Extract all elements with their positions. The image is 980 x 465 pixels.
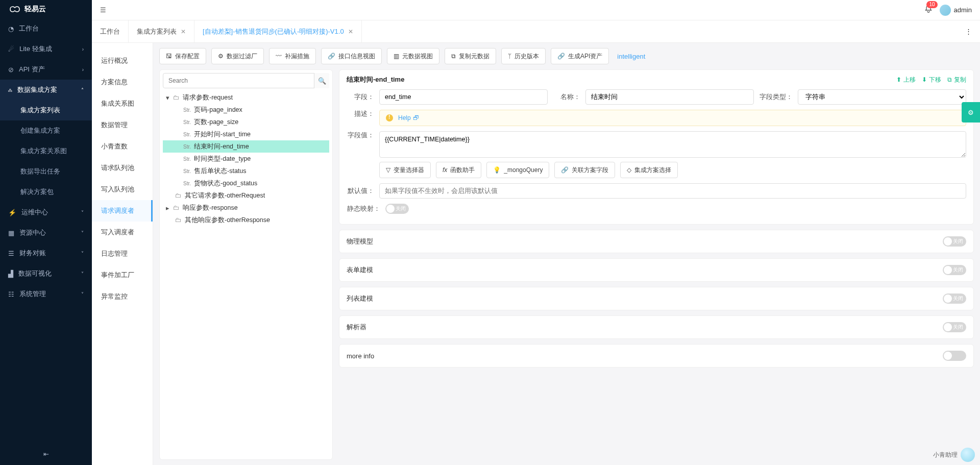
fold-menu-button[interactable]: ☰ xyxy=(100,6,106,14)
accordion-physical-model[interactable]: 物理模型关闭 xyxy=(339,230,974,253)
tree-other-request[interactable]: 🗀其它请求参数-otherRequest xyxy=(163,189,329,202)
sec-relation[interactable]: 集成关系图 xyxy=(92,93,153,114)
func-helper-button[interactable]: fx函数助手 xyxy=(436,162,481,178)
assistant-widget[interactable]: 小青助理 xyxy=(933,448,975,462)
param-tree-panel: 🔍 ▾🗀请求参数-request Str.页码-page_index Str.页… xyxy=(159,69,333,460)
sec-eventfactory[interactable]: 事件加工厂 xyxy=(92,264,153,286)
tab-planlist[interactable]: 集成方案列表✕ xyxy=(129,20,194,42)
field-input[interactable] xyxy=(379,89,548,105)
copy-metadata-button[interactable]: ⧉复制元数据 xyxy=(445,48,496,64)
string-type-icon: Str. xyxy=(183,107,191,113)
tree-root-request[interactable]: ▾🗀请求参数-request xyxy=(163,91,329,104)
sec-reqscheduler[interactable]: 请求调度者 xyxy=(92,200,153,222)
tree-node-date-type[interactable]: Str.时间类型-date_type xyxy=(163,153,329,165)
list-toggle[interactable]: 关闭 xyxy=(943,293,966,304)
accordion-form-model[interactable]: 表单建模关闭 xyxy=(339,258,974,282)
interface-view-button[interactable]: 🔗接口信息视图 xyxy=(321,48,382,64)
more-toggle[interactable] xyxy=(943,351,966,361)
gen-api-button[interactable]: 🔗生成API资产 xyxy=(551,48,609,64)
tab-current[interactable]: [自动差梨]-销售退货同步(已确认-明细对接)-V1.0✕ xyxy=(194,20,362,42)
history-button[interactable]: ᛘ历史版本 xyxy=(501,48,546,64)
link-icon: 🔗 xyxy=(328,53,335,60)
rel-field-button[interactable]: 🔗关联方案字段 xyxy=(554,162,615,178)
sec-writescheduler[interactable]: 写入调度者 xyxy=(92,222,153,243)
parser-toggle[interactable]: 关闭 xyxy=(943,322,966,332)
static-map-toggle[interactable]: 关闭 xyxy=(385,204,409,214)
accordion-parser[interactable]: 解析器关闭 xyxy=(339,315,974,339)
bolt2-icon: ⚡ xyxy=(8,209,16,216)
tree-node-status[interactable]: Str.售后单状态-status xyxy=(163,165,329,177)
chevron-down-icon: ˅ xyxy=(81,291,84,297)
notification-badge: 10 xyxy=(926,1,937,8)
save-config-button[interactable]: 🖫保存配置 xyxy=(159,48,206,64)
plan-select-button[interactable]: ◇集成方案选择 xyxy=(620,162,678,178)
tab-workbench[interactable]: 工作台 xyxy=(92,20,129,42)
sec-datamgr[interactable]: 数据管理 xyxy=(92,114,153,136)
fieldvalue-textarea[interactable]: {{CURRENT_TIME|datetime}} xyxy=(379,131,966,158)
nav-resource[interactable]: ▦资源中心˅ xyxy=(0,223,92,243)
var-selector-button[interactable]: ▽变量选择器 xyxy=(379,162,431,178)
chevron-right-icon: › xyxy=(82,67,84,72)
sec-log[interactable]: 日志管理 xyxy=(92,243,153,264)
tree-other-response[interactable]: 🗀其他响应参数-otherResponse xyxy=(163,214,329,226)
move-up-button[interactable]: ⬆上移 xyxy=(896,76,916,84)
tree-node-page-size[interactable]: Str.页数-page_size xyxy=(163,116,329,128)
accordion-list-model[interactable]: 列表建模关闭 xyxy=(339,287,974,310)
nav-dataviz[interactable]: ▟数据可视化˅ xyxy=(0,263,92,284)
close-icon[interactable]: ✕ xyxy=(348,28,353,35)
nav-sub-export[interactable]: 数据导出任务 xyxy=(0,161,92,182)
cloud-infinity-icon xyxy=(7,5,20,14)
sec-overview[interactable]: 运行概况 xyxy=(92,50,153,71)
help-link[interactable]: Help🗗 xyxy=(398,114,419,121)
notifications-button[interactable]: 10 xyxy=(924,5,933,15)
tree-node-page-index[interactable]: Str.页码-page_index xyxy=(163,104,329,116)
target-icon: ◇ xyxy=(627,166,631,174)
nav-sub-package[interactable]: 解决方案包 xyxy=(0,182,92,202)
sec-writepool[interactable]: 写入队列池 xyxy=(92,179,153,200)
phys-toggle[interactable]: 关闭 xyxy=(943,236,966,247)
nav-sub-relation[interactable]: 集成方案关系图 xyxy=(0,141,92,161)
nav-lite[interactable]: ☄Lite 轻集成› xyxy=(0,39,92,59)
default-input[interactable] xyxy=(379,183,966,199)
accordion-more-info[interactable]: more info xyxy=(339,344,974,368)
search-input[interactable] xyxy=(163,73,329,88)
patch-button[interactable]: 〰补漏措施 xyxy=(269,48,316,64)
metadata-view-button[interactable]: ▥元数据视图 xyxy=(387,48,439,64)
username: admin xyxy=(954,6,972,14)
sec-reqpool[interactable]: 请求队列池 xyxy=(92,157,153,179)
nav-dataplan[interactable]: ஃ数据集成方案˄ xyxy=(0,80,92,100)
nav-workbench[interactable]: ◔工作台 xyxy=(0,18,92,39)
sec-planinfo[interactable]: 方案信息 xyxy=(92,71,153,93)
data-filter-button[interactable]: ⚙数据过滤厂 xyxy=(211,48,264,64)
nav-system[interactable]: ☷系统管理˅ xyxy=(0,284,92,304)
intelligent-link[interactable]: intelligent xyxy=(614,53,648,60)
nav-sub-list[interactable]: 集成方案列表 xyxy=(0,100,92,120)
caret-right-icon[interactable]: ▸ xyxy=(165,204,170,212)
tree-response[interactable]: ▸🗀响应参数-response xyxy=(163,202,329,214)
nav-ops[interactable]: ⚡运维中心˅ xyxy=(0,202,92,223)
tree-node-start-time[interactable]: Str.开始时间-start_time xyxy=(163,128,329,140)
string-type-icon: Str. xyxy=(183,168,191,174)
settings-float-button[interactable]: ⚙ xyxy=(962,102,980,123)
nav-api[interactable]: ⊘API 资产› xyxy=(0,59,92,80)
user-menu[interactable]: admin xyxy=(940,5,972,16)
nav-finance[interactable]: ☰财务对账˅ xyxy=(0,243,92,263)
search-icon[interactable]: 🔍 xyxy=(314,73,329,88)
caret-down-icon[interactable]: ▾ xyxy=(165,94,170,102)
copy-button[interactable]: ⧉复制 xyxy=(947,76,966,84)
grid-icon: ▦ xyxy=(8,229,14,237)
nav-sub-create[interactable]: 创建集成方案 xyxy=(0,120,92,141)
type-select[interactable]: 字符串 xyxy=(798,89,966,105)
tree-node-end-time[interactable]: Str.结束时间-end_time xyxy=(163,140,329,153)
move-down-button[interactable]: ⬇下移 xyxy=(922,76,941,84)
sec-xiaoqing[interactable]: 小青查数 xyxy=(92,136,153,157)
collapse-sidebar-button[interactable]: ⇤ xyxy=(0,443,92,465)
form-toggle[interactable]: 关闭 xyxy=(943,265,966,275)
name-input[interactable] xyxy=(585,89,754,105)
brand-logo[interactable]: 轻易云 xyxy=(0,0,92,18)
tabs-more-button[interactable]: ⋮ xyxy=(957,20,980,42)
close-icon[interactable]: ✕ xyxy=(181,28,186,35)
sec-abnormal[interactable]: 异常监控 xyxy=(92,286,153,307)
mongo-query-button[interactable]: 💡_mongoQuery xyxy=(486,162,549,178)
tree-node-good-status[interactable]: Str.货物状态-good_status xyxy=(163,177,329,189)
